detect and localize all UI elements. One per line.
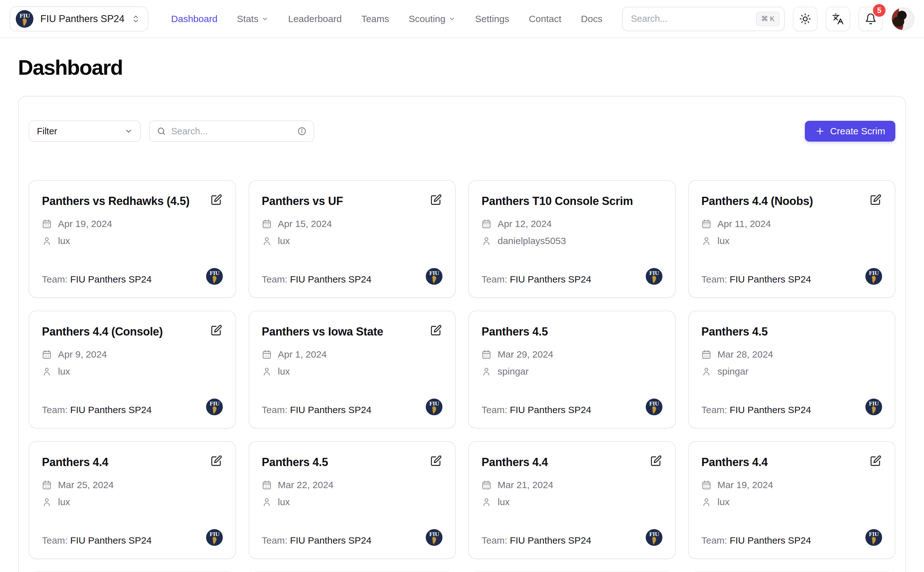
calendar-icon	[42, 350, 52, 359]
nav-item-stats[interactable]: Stats	[237, 14, 268, 24]
edit-scrim-button[interactable]	[868, 193, 882, 207]
team-logo: FIU	[865, 268, 882, 285]
language-button[interactable]	[826, 7, 850, 31]
scrim-cards-grid: Panthers vs Redhawks (4.5) Apr 19, 2024 …	[29, 180, 895, 572]
svg-text:FIU: FIU	[649, 531, 659, 537]
scrim-date: Mar 22, 2024	[278, 480, 334, 490]
scrim-title: Panthers 4.5	[262, 454, 429, 470]
scrim-date: Apr 12, 2024	[498, 219, 552, 229]
edit-scrim-button[interactable]	[429, 454, 442, 468]
scrim-date: Mar 28, 2024	[718, 349, 774, 360]
team-logo: FIU	[865, 399, 882, 415]
edit-icon	[431, 194, 442, 205]
scrim-user: lux	[58, 236, 70, 246]
edit-scrim-button[interactable]	[429, 193, 442, 207]
nav-item-label: Scouting	[409, 14, 446, 24]
team-logo: FIU	[206, 268, 223, 285]
user-icon	[482, 236, 491, 246]
user-icon	[262, 367, 272, 376]
team-logo: FIU	[646, 399, 662, 415]
plus-icon	[815, 126, 825, 136]
user-icon	[702, 236, 711, 246]
scrim-card: Panthers T10 Console Scrim Apr 12, 2024 …	[468, 180, 676, 298]
nav-item-contact[interactable]: Contact	[529, 14, 561, 24]
edit-icon	[870, 194, 881, 205]
scrim-date: Apr 11, 2024	[718, 219, 771, 229]
team-name: FIU Panthers SP24	[730, 274, 811, 284]
create-scrim-button[interactable]: Create Scrim	[805, 121, 895, 141]
edit-icon	[211, 325, 222, 336]
scrim-title: Panthers vs UF	[262, 193, 429, 209]
calendar-icon	[262, 350, 272, 359]
nav-item-label: Contact	[529, 14, 561, 24]
team-logo-icon: FIU	[16, 10, 33, 28]
nav-item-leaderboard[interactable]: Leaderboard	[288, 14, 342, 24]
scrim-date: Apr 1, 2024	[278, 349, 327, 360]
scrim-user: lux	[278, 497, 290, 507]
edit-scrim-button[interactable]	[209, 324, 223, 338]
scrim-date: Apr 9, 2024	[58, 349, 107, 360]
nav-item-dashboard[interactable]: Dashboard	[171, 14, 217, 24]
edit-scrim-button[interactable]	[209, 193, 223, 207]
chevron-down-icon	[124, 127, 133, 135]
scrim-user: spingar	[718, 366, 749, 377]
user-icon	[42, 236, 52, 246]
global-search[interactable]: ⌘ K	[622, 7, 785, 31]
calendar-icon	[702, 350, 711, 359]
user-icon	[262, 497, 272, 507]
team-logo: FIU	[426, 529, 442, 546]
team-logo: FIU	[206, 399, 223, 415]
scrim-title: Panthers 4.4	[42, 454, 209, 470]
nav-item-scouting[interactable]: Scouting	[409, 14, 456, 24]
info-icon[interactable]	[297, 126, 307, 136]
edit-scrim-button[interactable]	[209, 454, 223, 468]
global-search-input[interactable]	[631, 14, 756, 24]
user-avatar[interactable]	[891, 7, 915, 31]
scrim-date: Apr 19, 2024	[58, 219, 112, 229]
scrim-search[interactable]	[149, 120, 314, 142]
languages-icon	[832, 13, 844, 25]
nav-item-docs[interactable]: Docs	[581, 14, 602, 24]
main-content: Dashboard Filter	[0, 55, 924, 572]
scrim-title: Panthers 4.4	[482, 454, 648, 470]
team-logo: FIU	[646, 268, 662, 285]
theme-toggle-button[interactable]	[793, 7, 817, 31]
team-label: Team:	[262, 404, 288, 415]
edit-scrim-button[interactable]	[429, 324, 442, 338]
user-icon	[482, 497, 491, 507]
nav-item-label: Dashboard	[171, 14, 217, 24]
notifications-button[interactable]: 5	[859, 7, 883, 31]
edit-scrim-button[interactable]	[648, 454, 662, 468]
team-logo: FIU	[206, 529, 223, 546]
topnav-right-cluster: ⌘ K 5	[622, 7, 915, 31]
team-label: Team:	[42, 404, 68, 415]
team-label: Team:	[702, 274, 727, 284]
user-icon	[42, 367, 52, 376]
edit-icon	[431, 325, 442, 336]
team-label: Team:	[702, 535, 727, 546]
chevron-down-icon	[448, 16, 455, 22]
calendar-icon	[262, 219, 272, 228]
svg-text:FIU: FIU	[209, 270, 220, 276]
team-label: Team:	[702, 404, 727, 415]
team-selector[interactable]: FIU FIU Panthers SP24	[9, 6, 149, 31]
calendar-icon	[702, 480, 711, 490]
svg-text:FIU: FIU	[429, 531, 440, 537]
edit-icon	[650, 455, 662, 466]
nav-item-label: Teams	[361, 14, 389, 24]
team-label: Team:	[262, 535, 288, 546]
team-label: Team:	[482, 404, 507, 415]
nav-item-settings[interactable]: Settings	[475, 14, 509, 24]
keyboard-shortcut-badge: ⌘ K	[756, 12, 780, 26]
scrim-card: Panthers 4.4 Mar 19, 2024 lux	[688, 441, 896, 559]
edit-icon	[211, 194, 222, 205]
scrims-toolbar: Filter Create Scrim	[29, 120, 895, 142]
team-label: Team:	[482, 274, 507, 284]
scrim-search-input[interactable]	[171, 126, 292, 137]
nav-item-teams[interactable]: Teams	[361, 14, 389, 24]
scrim-user: spingar	[498, 366, 529, 377]
filter-select[interactable]: Filter	[29, 120, 141, 142]
edit-scrim-button[interactable]	[868, 454, 882, 468]
team-label: Team:	[42, 535, 68, 546]
scrim-title: Panthers 4.5	[702, 324, 882, 340]
